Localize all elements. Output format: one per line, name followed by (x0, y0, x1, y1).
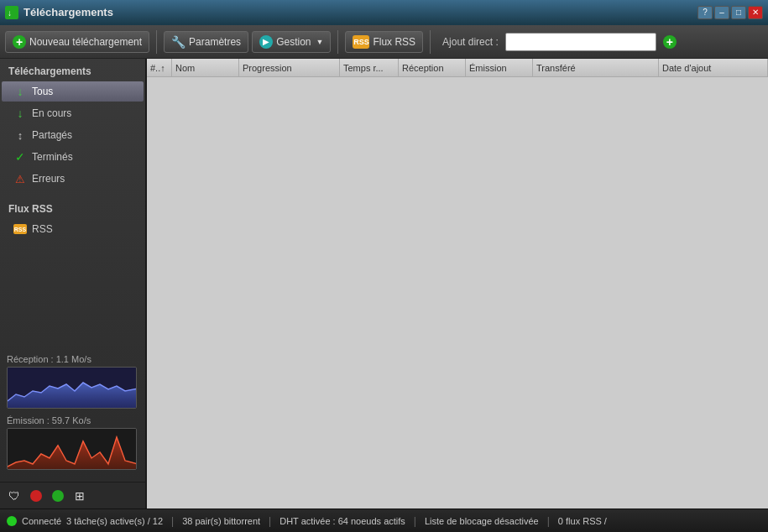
start-button[interactable] (49, 487, 67, 505)
ajout-direct-input[interactable] (505, 33, 656, 51)
col-date-header[interactable]: Date d'ajout (659, 59, 768, 76)
table-body (147, 77, 768, 509)
col-transfer-header[interactable]: Transféré (533, 59, 659, 76)
stop-icon (30, 490, 42, 502)
sidebar-label-en-cours: En cours (32, 107, 71, 119)
new-download-label: Nouveau téléchargement (29, 36, 142, 48)
params-label: Paramètres (189, 36, 241, 48)
status-bar: Connecté 3 tâche(s) active(s) / 12 | 38 … (0, 509, 768, 532)
col-time-header[interactable]: Temps r... (340, 59, 399, 76)
gestion-label: Gestion (276, 36, 311, 48)
toolbar-separator-3 (430, 30, 431, 54)
toolbar: + Nouveau téléchargement 🔧 Paramètres ▶ … (0, 25, 768, 59)
peers-text: 38 pair(s) bittorrent (182, 516, 260, 526)
tasks-text: 3 tâche(s) active(s) / 12 (66, 516, 163, 526)
rss-text: 0 flux RSS / (558, 516, 607, 526)
sidebar-label-termines: Terminés (32, 151, 73, 163)
window-controls: ? – □ ✕ (697, 6, 763, 19)
emission-graph (7, 428, 137, 470)
ajout-direct-label: Ajout direct : (442, 36, 499, 48)
sep4: | (547, 515, 550, 527)
sep3: | (414, 515, 416, 527)
wrench-icon: 🔧 (171, 35, 185, 49)
sidebar-item-tous[interactable]: ↓ Tous (2, 81, 144, 102)
speed-section: Réception : 1.1 Mo/s Émission : 59.7 Ko/… (0, 349, 145, 482)
emission-speed-label: Émission : 59.7 Ko/s (7, 415, 138, 425)
downloads-section-title: Téléchargements (0, 59, 145, 81)
rss-icon: RSS (353, 35, 369, 49)
col-progress-header[interactable]: Progression (239, 59, 340, 76)
svg-text:↓: ↓ (8, 8, 12, 18)
col-emission-header[interactable]: Émission (466, 59, 533, 76)
sep2: | (269, 515, 271, 527)
tous-icon: ↓ (13, 85, 27, 98)
toolbar-separator-1 (156, 30, 157, 54)
gestion-button[interactable]: ▶ Gestion ▼ (252, 31, 331, 53)
sidebar-item-partages[interactable]: ↕ Partagés (2, 125, 144, 145)
sidebar-item-en-cours[interactable]: ↓ En cours (2, 103, 144, 123)
col-name-header[interactable]: Nom (172, 59, 239, 76)
sidebar: Téléchargements ↓ Tous ↓ En cours ↕ Part… (0, 59, 147, 509)
app-icon: ↓ (5, 6, 18, 19)
blocklist-text: Liste de blocage désactivée (425, 516, 539, 526)
sidebar-item-termines[interactable]: ✓ Terminés (2, 147, 144, 167)
play-icon: ▶ (259, 35, 273, 49)
toolbar-separator-2 (337, 30, 338, 54)
close-button[interactable]: ✕ (748, 6, 763, 19)
sidebar-bottom-bar: 🛡 ⊞ (0, 482, 145, 509)
flux-rss-section-title: Flux RSS (0, 196, 145, 218)
app-title: Téléchargements (24, 6, 697, 18)
shield-button[interactable]: 🛡 (5, 487, 24, 505)
new-download-button[interactable]: + Nouveau téléchargement (5, 31, 149, 53)
content-area: #..↑ Nom Progression Temps r... Réceptio… (147, 59, 768, 509)
help-button[interactable]: ? (697, 6, 713, 19)
grid-icon: ⊞ (75, 489, 85, 503)
col-num-header[interactable]: #..↑ (147, 59, 172, 76)
erreurs-icon: ⚠ (13, 172, 27, 185)
params-button[interactable]: 🔧 Paramètres (164, 31, 248, 53)
reception-speed-label: Réception : 1.1 Mo/s (7, 354, 138, 364)
stop-button[interactable] (27, 487, 45, 505)
en-cours-icon: ↓ (13, 107, 27, 120)
connected-label: Connecté (22, 516, 61, 526)
ajout-plus-icon[interactable]: + (663, 35, 677, 49)
title-bar: ↓ Téléchargements ? – □ ✕ (0, 0, 768, 25)
maximize-button[interactable]: □ (731, 6, 746, 19)
start-icon (52, 490, 64, 502)
svg-marker-2 (8, 383, 137, 409)
table-header: #..↑ Nom Progression Temps r... Réceptio… (147, 59, 768, 77)
shield-icon: 🛡 (8, 489, 20, 503)
sidebar-label-partages: Partagés (32, 129, 72, 141)
sidebar-spacer (0, 240, 145, 349)
sep1: | (171, 515, 174, 527)
termines-icon: ✓ (13, 150, 27, 164)
flux-rss-label: Flux RSS (373, 36, 415, 48)
grid-button[interactable]: ⊞ (71, 487, 89, 505)
plus-icon: + (13, 35, 26, 49)
sidebar-item-erreurs[interactable]: ⚠ Erreurs (2, 169, 144, 189)
col-reception-header[interactable]: Réception (399, 59, 466, 76)
connection-status-dot (7, 516, 17, 526)
main-layout: Téléchargements ↓ Tous ↓ En cours ↕ Part… (0, 59, 768, 509)
sidebar-label-erreurs: Erreurs (32, 173, 65, 185)
sidebar-item-rss[interactable]: RSS RSS (2, 219, 144, 239)
minimize-button[interactable]: – (714, 6, 729, 19)
gestion-dropdown-icon: ▼ (316, 38, 323, 46)
flux-rss-button[interactable]: RSS Flux RSS (345, 31, 423, 53)
partages-icon: ↕ (13, 128, 27, 142)
dht-text: DHT activée : 64 noeuds actifs (280, 516, 405, 526)
sidebar-label-rss: RSS (32, 223, 53, 235)
reception-graph (7, 367, 137, 409)
rss-sm-icon: RSS (13, 222, 27, 236)
sidebar-label-tous: Tous (32, 86, 53, 97)
svg-marker-3 (8, 437, 137, 470)
